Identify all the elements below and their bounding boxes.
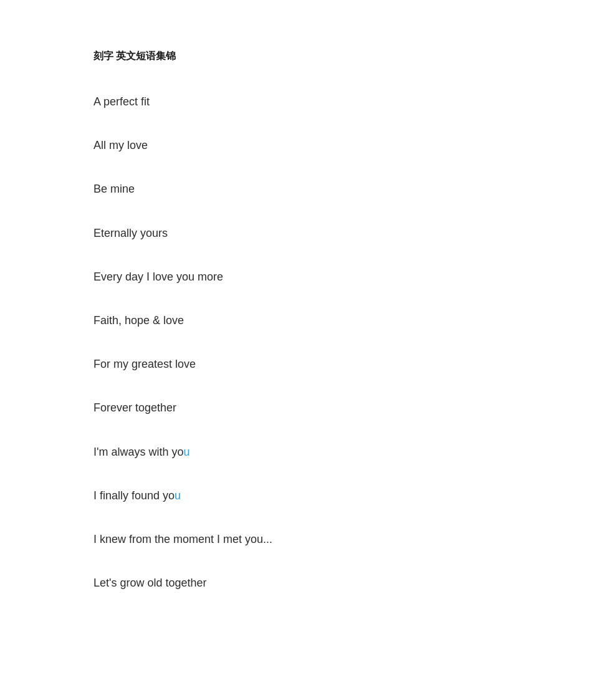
phrase-highlight: u (183, 446, 189, 458)
list-item: I knew from the moment I met you... (93, 532, 496, 547)
list-item: A perfect fit (93, 94, 496, 110)
list-item: All my love (93, 138, 496, 153)
page-title: 刻字 英文短语集锦 (93, 50, 496, 63)
list-item: Eternally yours (93, 226, 496, 241)
list-item: Every day I love you more (93, 269, 496, 285)
list-item: Faith, hope & love (93, 313, 496, 328)
phrase-text: I'm always with yo (93, 446, 183, 458)
phrase-list: A perfect fit All my love Be mine Eterna… (93, 94, 496, 591)
list-item: Forever together (93, 400, 496, 416)
list-item: For my greatest love (93, 357, 496, 372)
phrase-text: I finally found yo (93, 489, 175, 502)
list-item: I finally found you (93, 488, 496, 504)
list-item: Be mine (93, 181, 496, 197)
list-item: Let's grow old together (93, 575, 496, 591)
list-item: I'm always with you (93, 444, 496, 460)
phrase-highlight: u (175, 489, 181, 502)
